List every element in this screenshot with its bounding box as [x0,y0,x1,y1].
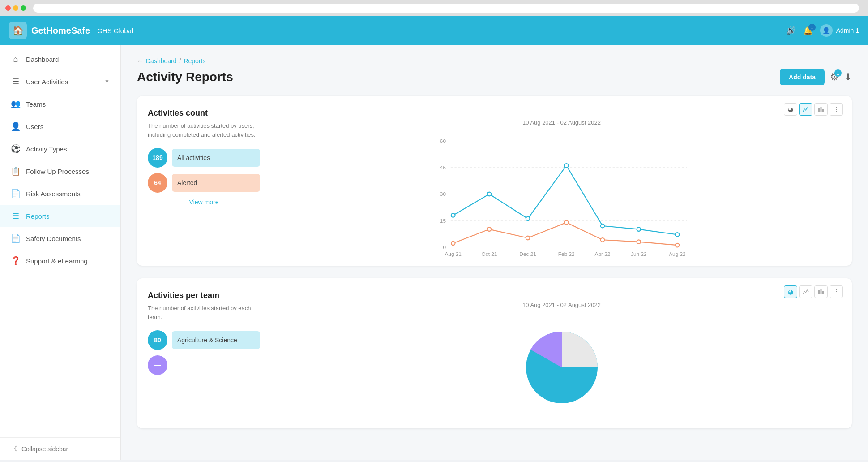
agri-label: Agriculture & Science [177,337,237,344]
sidebar-item-dashboard[interactable]: ⌂ Dashboard [0,48,120,70]
sidebar-item-teams[interactable]: 👥 Teams [0,93,120,115]
chart2-line-button[interactable] [799,285,812,298]
pie-chart-button[interactable]: ◕ [784,103,797,116]
speaker-icon: 🔊 [786,26,796,35]
notification-badge: 1 [808,24,816,31]
svg-text:15: 15 [440,218,446,224]
chart2-more-button[interactable]: ⋮ [830,285,843,298]
svg-text:30: 30 [440,191,446,197]
main-content: ← Dashboard / Reports Activity Reports A… [121,45,868,460]
sidebar-item-user-activities[interactable]: ☰ User Activities ▼ [0,70,120,93]
svg-text:Feb 22: Feb 22 [558,251,575,257]
logo-icon: 🏠 [9,22,27,39]
svg-rect-36 [822,291,824,294]
svg-point-27 [451,242,455,246]
sidebar-item-follow-up[interactable]: 📋 Follow Up Processes [0,160,120,182]
svg-point-24 [601,224,605,228]
second-team-badge: — [148,355,167,375]
svg-point-31 [601,238,605,242]
collapse-label: Collapse sidebar [21,445,68,453]
add-data-button[interactable]: Add data [780,69,825,85]
svg-point-26 [676,233,680,237]
sidebar-item-users[interactable]: 👤 Users [0,115,120,138]
sidebar-item-activity-types[interactable]: ⚽ Activity Types [0,138,120,160]
sidebar-item-label: User Activities [26,78,99,86]
chart2-bar-button[interactable] [814,285,828,298]
sidebar-item-label: Users [26,123,110,130]
sidebar-item-safety-documents[interactable]: 📄 Safety Documents [0,227,120,250]
notification-button[interactable]: 🔔 1 [803,26,813,35]
view-more-link[interactable]: View more [189,199,219,206]
all-activities-badge: 189 [148,148,167,168]
chart2-controls: ◕ ⋮ [280,285,843,298]
stat2-bar-agri: 80 Agriculture & Science [148,330,260,350]
browser-address-bar[interactable] [33,4,859,13]
logo-text: GetHomeSafe [31,26,90,36]
all-activities-label: All activities [177,154,210,161]
safety-icon: 📄 [11,233,21,243]
line-chart-button[interactable] [799,103,812,116]
sidebar-item-reports[interactable]: ☰ Reports [0,205,120,227]
main-layout: ⌂ Dashboard ☰ User Activities ▼ 👥 Teams … [0,45,868,460]
breadcrumb: ← Dashboard / Reports [137,57,852,65]
pie-chart-svg [517,323,607,412]
svg-text:0: 0 [443,244,446,250]
sidebar-item-risk-assessments[interactable]: 📄 Risk Assessments [0,182,120,205]
sidebar-item-support[interactable]: ❓ Support & eLearning [0,250,120,272]
alerted-label: Alerted [177,179,197,186]
sidebar-nav: ⌂ Dashboard ☰ User Activities ▼ 👥 Teams … [0,45,120,437]
chart-left-panel: Activities count The number of activitie… [137,96,271,266]
speaker-button[interactable]: 🔊 [786,26,796,35]
svg-point-25 [637,227,641,231]
agri-badge: 80 [148,330,167,350]
svg-rect-1 [821,107,822,112]
sidebar-item-label: Risk Assessments [26,190,110,198]
teams-icon: 👥 [11,99,21,109]
stat2-bar-second: — [148,355,260,375]
alerted-bar: Alerted [172,174,260,192]
svg-text:Aug 22: Aug 22 [669,251,686,257]
chart2-title: Activities per team [148,291,260,300]
breadcrumb-dashboard[interactable]: Dashboard [146,57,177,65]
svg-rect-0 [818,108,820,112]
download-button[interactable]: ⬇ [844,72,852,82]
all-activities-count: 189 [152,154,162,161]
pie-chart-container [280,314,843,421]
sidebar-item-label: Dashboard [26,56,110,63]
breadcrumb-separator: / [180,57,181,65]
svg-text:60: 60 [440,138,446,144]
collapse-sidebar-button[interactable]: 《 Collapse sidebar [0,437,120,460]
chart2-left-panel: Activities per team The number of activi… [137,278,271,428]
dot-green [21,5,26,11]
more-options-button[interactable]: ⋮ [830,103,843,116]
title-actions: Add data ⚙ 1 ⬇ [780,69,852,85]
back-arrow-icon[interactable]: ← [137,57,143,65]
bar-chart-button[interactable] [814,103,828,116]
list-icon: ☰ [11,77,21,86]
sidebar-item-label: Reports [26,212,110,220]
activity-icon: ⚽ [11,144,21,154]
dot-yellow [13,5,18,11]
svg-point-23 [564,164,569,168]
agri-bar: Agriculture & Science [172,331,260,349]
svg-rect-35 [821,289,822,294]
header-actions: 🔊 🔔 1 👤 Admin 1 [786,24,859,37]
svg-text:Oct 21: Oct 21 [482,251,497,257]
activities-per-team-card: Activities per team The number of activi… [137,278,852,428]
svg-text:45: 45 [440,164,446,171]
all-activities-bar: All activities [172,149,260,167]
filter-button[interactable]: ⚙ 1 [830,71,839,83]
sidebar-item-label: Safety Documents [26,235,110,242]
svg-point-22 [526,217,530,221]
line-chart-container: .grid-line { stroke: #e8e8e8; stroke-wid… [280,131,843,259]
chart-title: Activities count [148,108,260,118]
dot-red [5,5,11,11]
svg-point-29 [526,236,530,240]
app-container: 🏠 GetHomeSafe GHS Global 🔊 🔔 1 👤 Admin 1 [0,16,868,460]
svg-point-28 [487,227,492,231]
page-title-row: Activity Reports Add data ⚙ 1 ⬇ [137,69,852,85]
chart2-pie-button[interactable]: ◕ [784,285,797,298]
chevron-down-icon: ▼ [104,78,110,85]
svg-point-33 [676,243,680,247]
reports-icon: ☰ [11,211,21,221]
